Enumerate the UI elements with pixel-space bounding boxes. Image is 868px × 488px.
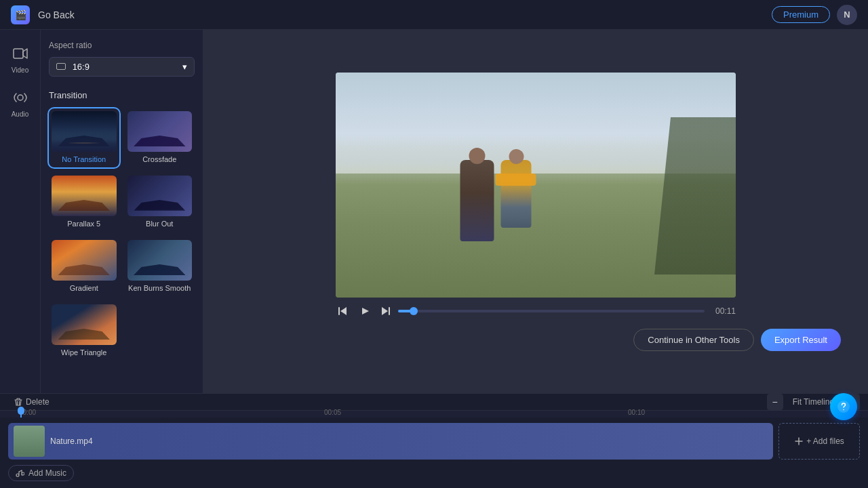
add-files-label: + Add files (806, 436, 844, 446)
delete-icon (14, 397, 23, 407)
continue-button[interactable]: Continue in Other Tools (633, 329, 754, 351)
transition-wipe-triangle[interactable]: Wipe Triangle (49, 302, 119, 361)
help-icon (837, 400, 850, 413)
audio-icon (13, 90, 28, 108)
transition-thumb-crossfade (127, 111, 193, 152)
transition-name-kenburns: Ken Burns Smooth (128, 284, 191, 292)
export-button[interactable]: Export Result (761, 329, 841, 351)
action-row: Continue in Other Tools Export Result (217, 329, 854, 351)
transition-thumb-no-transition (52, 111, 117, 152)
transition-name-parallax5: Parallax 5 (67, 220, 100, 228)
scene-figure (460, 160, 532, 241)
ruler-marker-10: 00:10 (628, 409, 645, 416)
premium-button[interactable]: Premium (772, 6, 830, 23)
progress-bar[interactable] (398, 310, 705, 312)
side-nav: Video Audio (0, 30, 41, 393)
audio-nav-label: Audio (12, 110, 29, 118)
figure-scarf (496, 174, 536, 186)
go-back-button[interactable]: Go Back (38, 9, 75, 20)
figure-person-1 (460, 160, 494, 241)
play-pause-button[interactable] (356, 304, 372, 318)
delete-button[interactable]: Delete (8, 395, 55, 409)
transition-thumb-blurout (127, 176, 193, 216)
svg-rect-2 (338, 307, 340, 315)
clip-thumbnail (14, 426, 45, 457)
music-icon (16, 469, 24, 478)
clip-thumb-scene (14, 426, 45, 457)
time-display: 00:11 (710, 306, 736, 316)
avatar[interactable]: N (837, 5, 857, 25)
app-icon: 🎬 (11, 5, 30, 24)
video-container: 00:11 (336, 73, 736, 318)
video-controls: 00:11 (336, 304, 736, 318)
svg-rect-3 (389, 307, 390, 315)
transition-no-transition[interactable]: No Transition (49, 108, 119, 167)
track-row-video: Nature.mp4 + Add files (8, 423, 860, 460)
transition-blurout[interactable]: Blur Out (125, 173, 195, 232)
sidebar-item-audio[interactable]: Audio (3, 85, 38, 123)
video-area: 00:11 Continue in Other Tools Export Res… (203, 30, 868, 393)
timeline-tracks: Nature.mp4 + Add files Add Music (0, 418, 868, 488)
transition-crossfade[interactable]: Crossfade (125, 108, 195, 167)
transition-kenburns[interactable]: Ken Burns Smooth (125, 237, 195, 296)
add-files-icon (794, 436, 804, 446)
aspect-ratio-value: 16:9 (73, 62, 90, 72)
transition-name-no-transition: No Transition (62, 155, 106, 163)
delete-label: Delete (26, 397, 50, 407)
transition-gradient[interactable]: Gradient (49, 237, 119, 296)
video-preview (336, 73, 736, 298)
timeline-toolbar: Delete − Fit Timeline + (0, 394, 868, 411)
sidebar-item-video[interactable]: Video (3, 41, 38, 79)
help-bubble[interactable] (830, 393, 857, 420)
timeline-ruler: 00:00 00:05 00:10 (0, 411, 868, 418)
top-bar-right: Premium N (772, 5, 857, 25)
video-clip[interactable]: Nature.mp4 (8, 423, 773, 460)
track-row-music: Add Music (8, 464, 860, 483)
panel: Aspect ratio 16:9 ▾ Transition No Transi… (41, 30, 203, 393)
transition-label: Transition (49, 90, 195, 100)
video-scene (336, 73, 736, 298)
timeline-area: Delete − Fit Timeline + 00:00 00:05 00:1… (0, 393, 868, 488)
clip-name: Nature.mp4 (50, 436, 93, 446)
chevron-down-icon: ▾ (182, 62, 187, 72)
transition-thumb-parallax5 (52, 176, 117, 216)
zoom-out-button[interactable]: − (767, 394, 783, 410)
transition-name-crossfade: Crossfade (142, 155, 176, 163)
aspect-ratio-icon-container: 16:9 (56, 62, 90, 72)
main-area: Video Audio Aspect ratio 16:9 ▾ Transiti… (0, 30, 868, 393)
video-icon (13, 46, 28, 64)
transition-thumb-wipe (52, 304, 117, 345)
add-files-zone[interactable]: + Add files (778, 423, 860, 460)
add-music-button[interactable]: Add Music (8, 465, 74, 481)
transition-thumb-kenburns (127, 240, 193, 281)
top-bar: 🎬 Go Back Premium N (0, 0, 868, 30)
playhead (20, 411, 22, 418)
transition-name-wipe-triangle: Wipe Triangle (61, 348, 106, 357)
svg-point-5 (843, 409, 844, 411)
aspect-ratio-selector[interactable]: 16:9 ▾ (49, 57, 195, 77)
progress-thumb (410, 307, 418, 315)
aspect-ratio-icon (56, 63, 66, 70)
add-music-label: Add Music (28, 468, 66, 478)
transition-thumb-gradient (52, 240, 117, 281)
aspect-ratio-label: Aspect ratio (49, 41, 195, 50)
transition-name-gradient: Gradient (70, 284, 98, 292)
playhead-head (18, 408, 24, 415)
skip-back-button[interactable] (336, 305, 351, 317)
svg-point-1 (18, 95, 23, 100)
figure-person-2 (501, 160, 532, 228)
skip-forward-button[interactable] (378, 305, 393, 317)
transition-grid: No Transition Crossfade Parallax 5 (49, 108, 195, 361)
transition-name-blurout: Blur Out (146, 220, 173, 228)
svg-rect-0 (14, 49, 23, 58)
ruler-marker-5: 00:05 (324, 409, 341, 416)
transition-parallax5[interactable]: Parallax 5 (49, 173, 119, 232)
video-nav-label: Video (12, 66, 28, 74)
